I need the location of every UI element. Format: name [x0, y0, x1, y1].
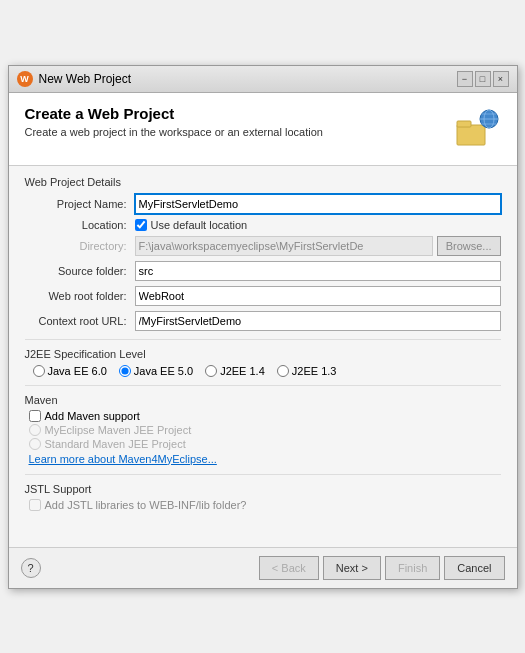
header-text: Create a Web Project Create a web projec…	[25, 105, 323, 138]
help-button[interactable]: ?	[21, 558, 41, 578]
divider-2	[25, 385, 501, 386]
header-section: Create a Web Project Create a web projec…	[9, 93, 517, 166]
maven-standard-option: Standard Maven JEE Project	[25, 438, 501, 450]
maven-section: Maven Add Maven support MyEclipse Maven …	[25, 394, 501, 466]
jstl-section: JSTL Support Add JSTL libraries to WEB-I…	[25, 483, 501, 511]
footer-left: ?	[21, 558, 41, 578]
web-root-folder-row: Web root folder:	[25, 286, 501, 306]
svg-rect-0	[457, 125, 485, 145]
use-default-location-label[interactable]: Use default location	[151, 219, 248, 231]
directory-label: Directory:	[25, 240, 135, 252]
dialog-new-web-project: W New Web Project − □ × Create a Web Pro…	[8, 65, 518, 589]
web-root-folder-input[interactable]	[135, 286, 501, 306]
use-default-location-checkbox[interactable]	[135, 219, 147, 231]
add-maven-checkbox[interactable]	[29, 410, 41, 422]
j2ee-option-javaee5: Java EE 5.0	[119, 365, 193, 377]
header-subtext: Create a web project in the workspace or…	[25, 126, 323, 138]
divider-3	[25, 474, 501, 475]
project-name-label: Project Name:	[25, 198, 135, 210]
maven-learn-more-link[interactable]: Learn more about Maven4MyEclipse...	[25, 453, 217, 465]
divider-1	[25, 339, 501, 340]
project-name-row: Project Name:	[25, 194, 501, 214]
j2ee-option-j2ee14: J2EE 1.4	[205, 365, 265, 377]
context-root-url-row: Context root URL:	[25, 311, 501, 331]
source-folder-label: Source folder:	[25, 265, 135, 277]
title-bar-controls: − □ ×	[457, 71, 509, 87]
j2ee-label-javaee6[interactable]: Java EE 6.0	[48, 365, 107, 377]
svg-rect-1	[457, 121, 471, 127]
add-jstl-label: Add JSTL libraries to WEB-INF/lib folder…	[45, 499, 247, 511]
finish-button[interactable]: Finish	[385, 556, 440, 580]
context-root-url-label: Context root URL:	[25, 315, 135, 327]
footer-buttons: < Back Next > Finish Cancel	[259, 556, 505, 580]
maven-standard-label: Standard Maven JEE Project	[45, 438, 186, 450]
dialog-icon: W	[17, 71, 33, 87]
jstl-section-title: JSTL Support	[25, 483, 501, 495]
maven-myeclipse-label: MyEclipse Maven JEE Project	[45, 424, 192, 436]
j2ee-section-title: J2EE Specification Level	[25, 348, 501, 360]
web-root-folder-label: Web root folder:	[25, 290, 135, 302]
maven-standard-radio	[29, 438, 41, 450]
source-folder-input[interactable]	[135, 261, 501, 281]
directory-input	[135, 236, 433, 256]
j2ee-label-javaee5[interactable]: Java EE 5.0	[134, 365, 193, 377]
jstl-option-row: Add JSTL libraries to WEB-INF/lib folder…	[25, 499, 501, 511]
footer: ? < Back Next > Finish Cancel	[9, 547, 517, 588]
dialog-icon-letter: W	[20, 74, 29, 84]
title-bar-text: New Web Project	[39, 72, 451, 86]
j2ee-radio-j2ee14[interactable]	[205, 365, 217, 377]
j2ee-label-j2ee13[interactable]: J2EE 1.3	[292, 365, 337, 377]
next-button[interactable]: Next >	[323, 556, 381, 580]
minimize-button[interactable]: −	[457, 71, 473, 87]
location-label: Location:	[25, 219, 135, 231]
watermark-area	[25, 517, 501, 537]
context-root-url-input[interactable]	[135, 311, 501, 331]
maximize-button[interactable]: □	[475, 71, 491, 87]
browse-button[interactable]: Browse...	[437, 236, 501, 256]
directory-row: Directory: Browse...	[25, 236, 501, 256]
j2ee-radio-row: Java EE 6.0 Java EE 5.0 J2EE 1.4 J2EE 1.…	[25, 365, 501, 377]
maven-section-title: Maven	[25, 394, 501, 406]
globe-icon	[453, 105, 501, 153]
close-button[interactable]: ×	[493, 71, 509, 87]
content-area: Web Project Details Project Name: Locati…	[9, 166, 517, 547]
project-name-input[interactable]	[135, 194, 501, 214]
header-heading: Create a Web Project	[25, 105, 323, 122]
cancel-button[interactable]: Cancel	[444, 556, 504, 580]
add-maven-label[interactable]: Add Maven support	[45, 410, 140, 422]
j2ee-radio-j2ee13[interactable]	[277, 365, 289, 377]
location-checkbox-container: Use default location	[135, 219, 248, 231]
form-section-title: Web Project Details	[25, 176, 501, 188]
location-row: Location: Use default location	[25, 219, 501, 231]
j2ee-option-j2ee13: J2EE 1.3	[277, 365, 337, 377]
j2ee-label-j2ee14[interactable]: J2EE 1.4	[220, 365, 265, 377]
maven-myeclipse-radio	[29, 424, 41, 436]
add-jstl-checkbox	[29, 499, 41, 511]
j2ee-section: J2EE Specification Level Java EE 6.0 Jav…	[25, 348, 501, 377]
maven-add-support-row: Add Maven support	[25, 410, 501, 422]
j2ee-radio-javaee6[interactable]	[33, 365, 45, 377]
back-button[interactable]: < Back	[259, 556, 319, 580]
j2ee-option-javaee6: Java EE 6.0	[33, 365, 107, 377]
title-bar: W New Web Project − □ ×	[9, 66, 517, 93]
j2ee-radio-javaee5[interactable]	[119, 365, 131, 377]
maven-myeclipse-option: MyEclipse Maven JEE Project	[25, 424, 501, 436]
source-folder-row: Source folder:	[25, 261, 501, 281]
